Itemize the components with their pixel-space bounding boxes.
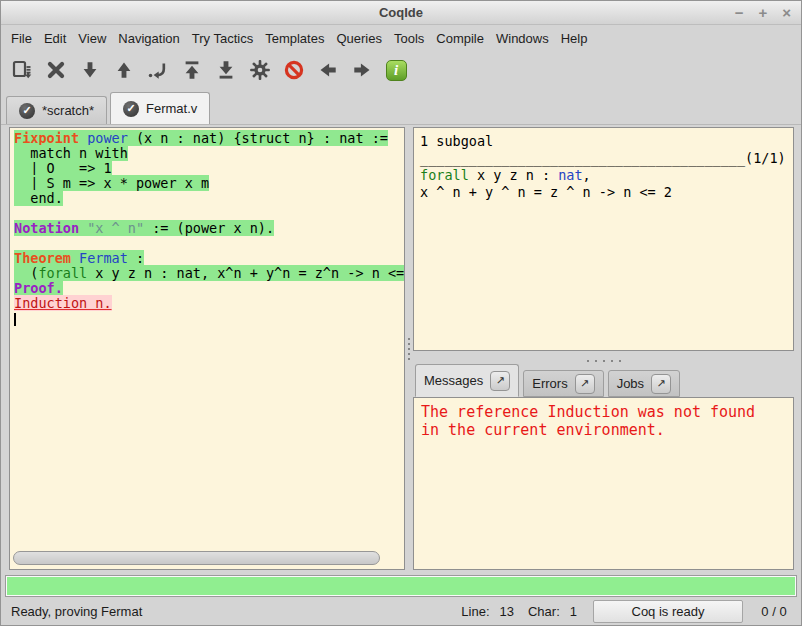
about-button[interactable]: i <box>379 54 413 86</box>
main-area: Fixpoint power (x n : nat) {struct n} : … <box>1 125 801 573</box>
horizontal-scrollbar[interactable] <box>12 550 390 567</box>
backward-step-button[interactable] <box>107 54 141 86</box>
scrollbar-thumb[interactable] <box>13 551 380 565</box>
status-message: Ready, proving Fermat <box>11 604 447 619</box>
window-controls: − + × <box>735 1 791 24</box>
interrupt-button[interactable] <box>277 54 311 86</box>
message-line: in the current environment. <box>421 421 786 439</box>
code-line <box>14 236 404 251</box>
detach-button[interactable]: ↗ <box>490 371 510 391</box>
text-cursor <box>14 313 16 326</box>
right-column: 1 subgoal_______________________________… <box>413 127 794 570</box>
code-line: match n with <box>14 146 404 161</box>
detach-button[interactable]: ↗ <box>575 374 595 394</box>
char-label: Char: <box>528 604 560 619</box>
highlight-proc: match n with <box>14 145 128 161</box>
messages-view: The reference Induction was not foundin … <box>413 397 794 570</box>
progress-bar <box>5 575 797 597</box>
close-button[interactable]: × <box>782 5 791 20</box>
code-line: (forall x y z n : nat, x^n + y^n = z^n -… <box>14 266 404 281</box>
tab-fermat-v[interactable]: ✓Fermat.v <box>110 92 210 124</box>
window-title: CoqIde <box>379 5 423 20</box>
highlight-proc: Proof. <box>14 280 63 296</box>
detach-button[interactable]: ↗ <box>651 374 671 394</box>
panel-tab-label: Jobs <box>617 376 644 391</box>
code-line: | S m => x * power x m <box>14 176 404 191</box>
line-value: 13 <box>500 604 514 619</box>
document-down-icon <box>11 59 33 81</box>
goto-cursor-icon <box>147 59 169 81</box>
close-buffer-button[interactable] <box>39 54 73 86</box>
menubar: FileEditViewNavigationTry TacticsTemplat… <box>1 25 801 51</box>
editor-tabbar: ✓*scratch*✓Fermat.v <box>1 89 801 125</box>
highlight-proc: end. <box>14 190 63 206</box>
code-line: | O => 1 <box>14 161 404 176</box>
arrow-left-icon <box>317 59 339 81</box>
menu-item-edit[interactable]: Edit <box>38 27 72 50</box>
pane-divider[interactable] <box>405 127 413 570</box>
close-x-icon <box>45 59 67 81</box>
message-line: The reference Induction was not found <box>421 403 786 421</box>
goal-line: 1 subgoal <box>420 133 787 150</box>
coqide-window: CoqIde − + × FileEditViewNavigationTry T… <box>0 0 802 626</box>
code-line <box>14 206 404 221</box>
tab-scratch[interactable]: ✓*scratch* <box>6 96 107 124</box>
check-circle-icon: ✓ <box>123 101 139 117</box>
panel-tab-messages[interactable]: Messages↗ <box>415 364 519 397</box>
highlight-proc: Fixpoint power (x n : nat) {struct n} : … <box>14 130 388 146</box>
panel-tabbar: Messages↗Errors↗Jobs↗ <box>413 363 794 397</box>
script-pane: Fixpoint power (x n : nat) {struct n} : … <box>9 127 405 570</box>
arrow-up-to-top-icon <box>181 59 203 81</box>
code-line <box>14 311 404 326</box>
highlight-proc: (forall x y z n : nat, x^n + y^n = z^n -… <box>14 265 404 281</box>
detach-arrow-icon: ↗ <box>496 374 505 387</box>
code-line: Induction n. <box>14 296 404 311</box>
go-to-start-button[interactable] <box>175 54 209 86</box>
char-value: 1 <box>570 604 577 619</box>
panel-tab-label: Errors <box>532 376 567 391</box>
maximize-button[interactable]: + <box>758 5 767 20</box>
check-circle-icon: ✓ <box>19 103 35 119</box>
forward-button[interactable] <box>345 54 379 86</box>
coq-status: Coq is ready <box>593 600 743 623</box>
titlebar[interactable]: CoqIde − + × <box>1 1 801 25</box>
gear-icon <box>249 59 271 81</box>
worker-counter: 0 / 0 <box>757 604 791 619</box>
code-line: end. <box>14 191 404 206</box>
goal-line: ________________________________________… <box>420 150 787 167</box>
menu-item-navigation[interactable]: Navigation <box>112 27 185 50</box>
forward-step-button[interactable] <box>73 54 107 86</box>
code-editor[interactable]: Fixpoint power (x n : nat) {struct n} : … <box>10 128 404 549</box>
info-icon: i <box>386 60 407 81</box>
check-document-button[interactable] <box>5 54 39 86</box>
panel-divider[interactable] <box>413 351 794 363</box>
highlight-proc: Theorem Fermat : <box>14 250 144 266</box>
go-to-cursor-button[interactable] <box>141 54 175 86</box>
panel-tab-errors[interactable]: Errors↗ <box>523 370 603 397</box>
menu-item-compile[interactable]: Compile <box>430 27 490 50</box>
arrow-right-icon <box>351 59 373 81</box>
arrow-down-to-bottom-icon <box>215 59 237 81</box>
arrow-up-icon <box>113 59 135 81</box>
highlight-proc: | S m => x * power x m <box>14 175 209 191</box>
menu-item-help[interactable]: Help <box>555 27 594 50</box>
code-line: Proof. <box>14 281 404 296</box>
stop-icon <box>283 59 305 81</box>
goal-line: forall x y z n : nat, <box>420 167 787 184</box>
menu-item-queries[interactable]: Queries <box>330 27 388 50</box>
menu-item-tools[interactable]: Tools <box>388 27 430 50</box>
minimize-button[interactable]: − <box>735 5 744 20</box>
panel-tab-jobs[interactable]: Jobs↗ <box>608 370 680 397</box>
goal-line: x ^ n + y ^ n = z ^ n -> n <= 2 <box>420 184 787 201</box>
menu-item-templates[interactable]: Templates <box>259 27 330 50</box>
menu-item-view[interactable]: View <box>72 27 112 50</box>
back-button[interactable] <box>311 54 345 86</box>
menu-item-file[interactable]: File <box>5 27 38 50</box>
menu-item-try-tactics[interactable]: Try Tactics <box>186 27 259 50</box>
toolbar: i <box>1 51 801 89</box>
menu-item-windows[interactable]: Windows <box>490 27 555 50</box>
preferences-button[interactable] <box>243 54 277 86</box>
highlight-proc: Notation "x ^ n" := (power x n). <box>14 220 274 236</box>
go-to-end-button[interactable] <box>209 54 243 86</box>
arrow-down-icon <box>79 59 101 81</box>
